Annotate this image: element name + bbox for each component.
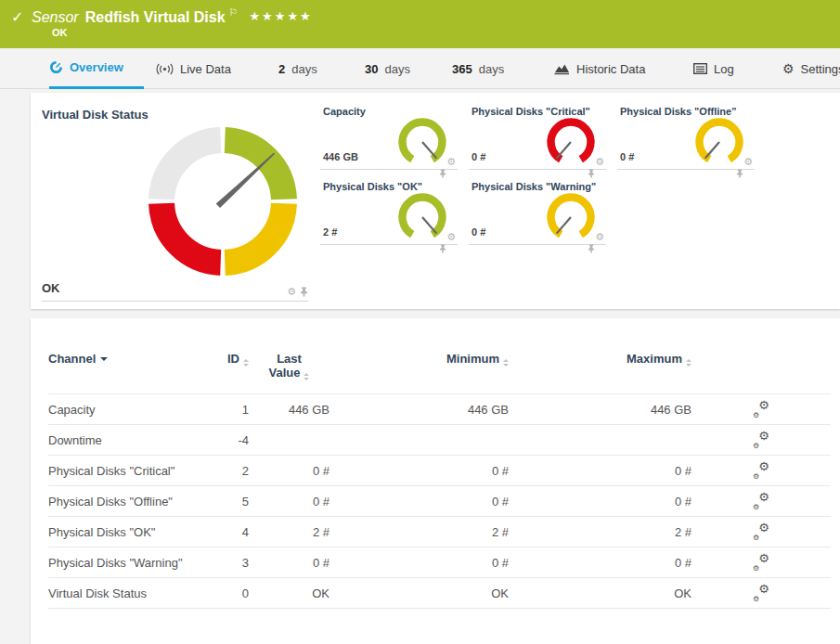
tab-label: days [479, 62, 504, 76]
channel-minimum-cell: 2 # [330, 517, 509, 547]
channel-id-cell: 5 [200, 486, 249, 517]
gauge-cell-physical-disks-offline: Physical Disks "Offline" 0 # ⚙ [617, 104, 755, 170]
pin-icon[interactable] [736, 169, 743, 178]
gauge-footer: OK ⚙ [42, 279, 308, 302]
sensor-overview-page: ✓ SensorRedfish Virtual Disk⚐★★★★★ OK Ov… [0, 0, 840, 644]
gauges-panel: Virtual Disk Status OK ⚙ Capacity [31, 93, 840, 309]
gauge-value: 446 GB [323, 151, 358, 162]
channel-minimum-cell: 0 # [330, 486, 509, 517]
pin-icon[interactable] [300, 287, 308, 297]
gauge-cell-capacity: Capacity 446 GB ⚙ [320, 104, 458, 170]
pin-icon[interactable] [439, 169, 446, 178]
channel-maximum-cell [509, 425, 691, 456]
gauge-settings-gear-icon[interactable]: ⚙ [446, 232, 456, 242]
tab-overview[interactable]: Overview [49, 48, 144, 89]
tab-bar: Overview Live Data 2 days 30 days 365 da… [0, 48, 840, 89]
tab-historic-data[interactable]: Historic Data [554, 48, 645, 89]
table-row[interactable]: Virtual Disk Status 0 OK OK OK ⚙⚙ [48, 578, 831, 609]
tab-label: days [384, 62, 409, 76]
channel-name-cell: Capacity [48, 394, 200, 425]
tab-label: Log [714, 62, 734, 76]
sort-icon [503, 359, 509, 367]
channel-settings-icon[interactable]: ⚙⚙ [753, 554, 769, 569]
channel-minimum-cell: 0 # [330, 456, 509, 486]
channel-actions-cell: ⚙⚙ [691, 486, 831, 517]
column-header-actions [691, 346, 831, 394]
pin-icon[interactable] [439, 244, 446, 253]
tab-label: days [291, 62, 317, 76]
channel-settings-icon[interactable]: ⚙⚙ [753, 462, 769, 477]
channel-last-value-cell [249, 425, 330, 456]
sort-icon [686, 359, 691, 367]
pin-icon[interactable] [588, 169, 595, 178]
channel-id-cell: 4 [200, 517, 249, 547]
channel-last-value-cell: OK [249, 578, 330, 609]
gauge-title: Capacity [323, 106, 366, 117]
column-header-id[interactable]: ID [200, 346, 249, 394]
channel-minimum-cell [330, 425, 509, 456]
table-row[interactable]: Physical Disks "Critical" 2 0 # 0 # 0 # … [48, 456, 831, 486]
channel-actions-cell: ⚙⚙ [691, 456, 831, 486]
gauge-title: Virtual Disk Status [42, 108, 149, 122]
gauge-value: 2 # [323, 226, 337, 238]
priority-stars[interactable]: ★★★★★ [249, 9, 312, 23]
tab-live-data[interactable]: Live Data [156, 48, 231, 89]
channel-minimum-cell: 0 # [330, 547, 509, 578]
tab-30-days[interactable]: 30 days [365, 48, 410, 89]
tab-365-days[interactable]: 365 days [452, 48, 504, 89]
gauge-value: 0 # [472, 226, 485, 238]
channel-id-cell: 1 [200, 394, 249, 425]
sensor-status-badge: OK [52, 27, 68, 38]
channel-last-value-cell: 0 # [249, 547, 330, 578]
tab-label: Live Data [180, 62, 231, 76]
tab-label: Overview [70, 60, 123, 74]
mini-gauge-dial [693, 116, 745, 168]
gauge-settings-gear-icon[interactable]: ⚙ [743, 157, 753, 167]
sort-desc-icon [100, 357, 108, 361]
channel-name-cell: Downtime [48, 425, 200, 456]
sort-icon [304, 373, 309, 380]
channel-actions-cell: ⚙⚙ [691, 547, 831, 578]
tab-2-days[interactable]: 2 days [278, 48, 317, 89]
pin-icon[interactable] [588, 244, 595, 253]
mini-gauge-dial [396, 116, 448, 168]
table-row[interactable]: Physical Disks "Offline" 5 0 # 0 # 0 # ⚙… [48, 486, 831, 517]
table-row[interactable]: Capacity 1 446 GB 446 GB 446 GB ⚙⚙ [48, 394, 831, 425]
gauge-settings-gear-icon[interactable]: ⚙ [446, 157, 456, 167]
log-icon [693, 63, 707, 74]
channels-panel: Channel ID LastValue Minimum Maximum Cap… [31, 318, 840, 644]
channel-settings-icon[interactable]: ⚙⚙ [753, 401, 769, 416]
table-row[interactable]: Physical Disks "Warning" 3 0 # 0 # 0 # ⚙… [48, 547, 831, 578]
channel-name-cell: Virtual Disk Status [48, 578, 200, 609]
channel-minimum-cell: OK [330, 578, 509, 609]
tab-log[interactable]: Log [693, 48, 734, 89]
column-header-minimum[interactable]: Minimum [330, 346, 509, 394]
gauge-value: 0 # [472, 151, 485, 162]
column-header-last-value[interactable]: LastValue [249, 346, 330, 394]
virtual-disk-status-gauge: Virtual Disk Status OK ⚙ [39, 100, 311, 302]
column-header-maximum[interactable]: Maximum [509, 346, 691, 394]
tab-label: Historic Data [576, 62, 645, 76]
tab-settings[interactable]: ⚙ Settings [782, 48, 840, 89]
table-row[interactable]: Downtime -4 ⚙⚙ [48, 425, 831, 456]
channel-name-cell: Physical Disks "Warning" [48, 547, 200, 578]
channel-maximum-cell: 446 GB [509, 394, 691, 425]
gauge-settings-gear-icon[interactable]: ⚙ [595, 232, 604, 242]
channel-settings-icon[interactable]: ⚙⚙ [753, 523, 769, 538]
flag-icon[interactable]: ⚐ [229, 6, 239, 18]
table-row[interactable]: Physical Disks "OK" 4 2 # 2 # 2 # ⚙⚙ [48, 517, 831, 547]
mini-gauge-dial [545, 116, 597, 168]
channel-last-value-cell: 0 # [249, 486, 330, 517]
channel-actions-cell: ⚙⚙ [691, 394, 831, 425]
channel-minimum-cell: 446 GB [330, 394, 509, 425]
column-header-channel[interactable]: Channel [48, 346, 200, 394]
channel-settings-icon[interactable]: ⚙⚙ [753, 585, 769, 599]
channel-actions-cell: ⚙⚙ [691, 517, 831, 547]
channel-last-value-cell: 2 # [249, 517, 330, 547]
channel-settings-icon[interactable]: ⚙⚙ [753, 431, 769, 446]
channel-last-value-cell: 446 GB [249, 394, 330, 425]
gauge-settings-gear-icon[interactable]: ⚙ [595, 157, 604, 167]
channel-settings-icon[interactable]: ⚙⚙ [753, 493, 769, 508]
gauge-status-text: OK [42, 281, 60, 295]
gauge-settings-gear-icon[interactable]: ⚙ [287, 287, 296, 297]
